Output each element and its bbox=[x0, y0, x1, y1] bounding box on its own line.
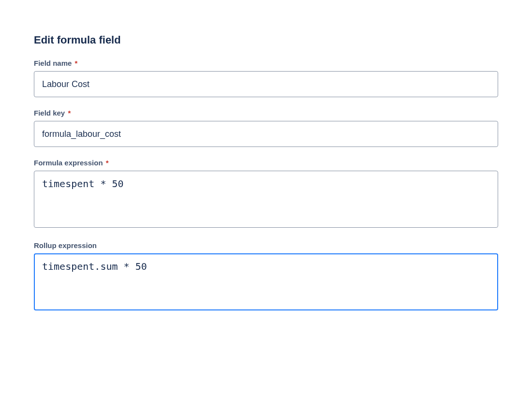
field-key-label-text: Field key bbox=[34, 109, 65, 117]
field-key-label: Field key * bbox=[34, 109, 498, 117]
field-key-group: Field key * bbox=[34, 109, 498, 147]
rollup-expression-input[interactable] bbox=[34, 253, 498, 310]
field-name-group: Field name * bbox=[34, 59, 498, 97]
required-asterisk-icon: * bbox=[75, 59, 78, 67]
field-name-label-text: Field name bbox=[34, 59, 72, 67]
required-asterisk-icon: * bbox=[106, 159, 109, 167]
rollup-expression-label: Rollup expression bbox=[34, 241, 498, 250]
formula-expression-input[interactable] bbox=[34, 171, 498, 228]
rollup-expression-label-text: Rollup expression bbox=[34, 241, 97, 250]
rollup-expression-group: Rollup expression bbox=[34, 241, 498, 312]
field-name-input[interactable] bbox=[34, 71, 498, 97]
formula-expression-label: Formula expression * bbox=[34, 159, 498, 167]
field-key-input[interactable] bbox=[34, 121, 498, 147]
formula-expression-label-text: Formula expression bbox=[34, 159, 103, 167]
field-name-label: Field name * bbox=[34, 59, 498, 67]
page-title: Edit formula field bbox=[34, 34, 498, 46]
required-asterisk-icon: * bbox=[68, 109, 71, 117]
formula-expression-group: Formula expression * bbox=[34, 159, 498, 230]
